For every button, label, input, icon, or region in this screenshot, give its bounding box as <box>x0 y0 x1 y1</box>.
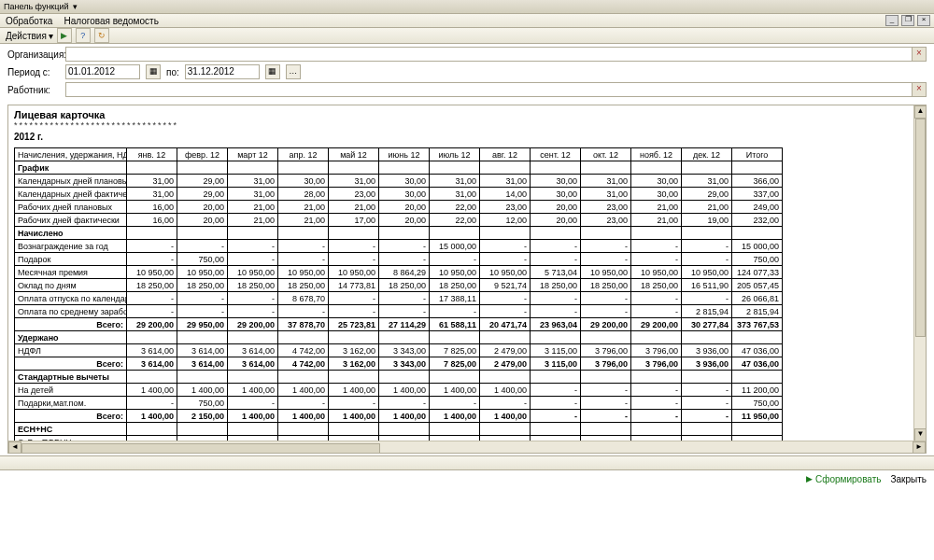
generate-button[interactable]: Сформировать <box>806 474 882 484</box>
help-button[interactable]: ? <box>76 28 91 43</box>
vscroll-thumb[interactable] <box>915 119 926 337</box>
clear-worker-button[interactable]: × <box>912 83 926 96</box>
filter-form: Организация: × Период с: 01.01.2012 ▦ по… <box>0 44 934 103</box>
menu-item-tax-sheet[interactable]: Налоговая ведомость <box>64 16 158 26</box>
table-row: НДФЛ3 614,003 614,003 614,004 742,003 16… <box>15 344 783 357</box>
cell: 30,00 <box>278 175 329 188</box>
row-label: Всего: <box>15 318 127 331</box>
menu-item-processing[interactable]: Обработка <box>6 16 52 26</box>
cell: - <box>581 410 631 423</box>
cell: 2 479,00 <box>480 357 531 371</box>
cell: 16 511,90 <box>682 279 732 292</box>
scroll-right-button[interactable]: ► <box>913 441 926 454</box>
cell <box>127 227 177 240</box>
cell: 22,00 <box>430 214 480 227</box>
cell <box>531 161 581 175</box>
minimize-button[interactable]: _ <box>885 15 899 26</box>
horizontal-scrollbar[interactable]: ◄ ► <box>8 441 926 453</box>
cell <box>379 423 430 436</box>
cell: 23,00 <box>480 201 531 214</box>
scroll-down-button[interactable]: ▼ <box>914 428 927 441</box>
cell: - <box>379 240 430 253</box>
cell: 26 066,81 <box>732 292 783 305</box>
cell: 1 400,00 <box>228 410 278 423</box>
scroll-left-button[interactable]: ◄ <box>8 441 21 454</box>
menu-bar: Обработка Налоговая ведомость _ ❐ × <box>0 14 934 28</box>
cell: 4 742,00 <box>278 344 329 357</box>
report-title: Лицевая карточка <box>14 109 920 120</box>
calendar-from-button[interactable]: ▦ <box>146 64 161 79</box>
scroll-up-button[interactable]: ▲ <box>914 105 927 119</box>
cell: - <box>581 253 631 266</box>
cell: 3 343,00 <box>379 344 430 357</box>
table-row: Оплата по среднему заработку-----------2… <box>15 305 783 318</box>
cell: 3 614,00 <box>127 357 177 371</box>
worker-field[interactable]: × <box>65 82 927 97</box>
cell: 366,00 <box>732 175 783 188</box>
cell: - <box>480 240 531 253</box>
hscroll-thumb[interactable] <box>21 443 380 454</box>
actions-dropdown[interactable]: Действия▾ <box>6 31 53 41</box>
cell <box>581 227 631 240</box>
cell: 205 057,45 <box>732 279 783 292</box>
title-bar-text: Панель функций <box>4 2 69 11</box>
cell <box>127 161 177 175</box>
cell <box>278 423 329 436</box>
cell: 3 796,00 <box>631 344 682 357</box>
cell: 1 400,00 <box>480 410 531 423</box>
cell <box>127 423 177 436</box>
cell: - <box>329 305 379 318</box>
cell <box>177 227 228 240</box>
cell <box>480 331 531 344</box>
cell: 61 588,11 <box>430 318 480 331</box>
row-label: Удержано <box>15 331 127 344</box>
period-picker-button[interactable]: … <box>286 64 301 79</box>
restore-button[interactable]: ❐ <box>901 15 914 26</box>
report-divider: ******************************** <box>14 120 920 130</box>
row-label: Календарных дней фактически <box>15 188 127 201</box>
cell <box>531 371 581 384</box>
cell <box>732 371 783 384</box>
cell: 10 950,00 <box>329 266 379 279</box>
col-month: нояб. 12 <box>631 148 682 161</box>
org-field[interactable]: × <box>65 47 927 62</box>
cell: - <box>127 305 177 318</box>
refresh-button[interactable]: ↻ <box>94 28 109 43</box>
cell: 23,00 <box>581 214 631 227</box>
table-row: Всего:1 400,002 150,001 400,001 400,001 … <box>15 410 783 423</box>
cell: 5 713,04 <box>531 266 581 279</box>
cell: 3 796,00 <box>631 357 682 371</box>
cell: 3 162,00 <box>329 357 379 371</box>
cell: 12,00 <box>480 214 531 227</box>
table-row: Подарок-750,00----------750,00 <box>15 253 783 266</box>
dropdown-icon[interactable]: ▾ <box>73 2 78 11</box>
col-month: март 12 <box>228 148 278 161</box>
col-month: сент. 12 <box>531 148 581 161</box>
run-button[interactable]: ▶ <box>57 28 72 43</box>
cell: 28,00 <box>278 188 329 201</box>
cell <box>177 161 228 175</box>
toolbar: Действия▾ ▶ ? ↻ <box>0 28 934 44</box>
cell <box>177 423 228 436</box>
cell: 10 950,00 <box>480 266 531 279</box>
cell: 29 200,00 <box>228 318 278 331</box>
cell: - <box>480 305 531 318</box>
clear-org-button[interactable]: × <box>912 48 926 61</box>
vertical-scrollbar[interactable]: ▲ ▼ <box>913 105 926 441</box>
calendar-to-button[interactable]: ▦ <box>265 64 280 79</box>
cell: 30,00 <box>379 175 430 188</box>
date-to-input[interactable]: 31.12.2012 <box>185 64 260 79</box>
cell: 11 200,00 <box>732 384 783 397</box>
cell: - <box>127 292 177 305</box>
date-from-input[interactable]: 01.01.2012 <box>65 64 140 79</box>
cell: - <box>682 292 732 305</box>
cell: 1 400,00 <box>278 384 329 397</box>
close-button[interactable]: × <box>917 15 930 26</box>
cell: 29 950,00 <box>177 318 228 331</box>
cell: - <box>682 253 732 266</box>
close-link[interactable]: Закрыть <box>890 474 927 484</box>
cell: - <box>430 397 480 410</box>
cell: 2 815,94 <box>732 305 783 318</box>
cell: 20,00 <box>177 214 228 227</box>
cell: 3 115,00 <box>531 344 581 357</box>
